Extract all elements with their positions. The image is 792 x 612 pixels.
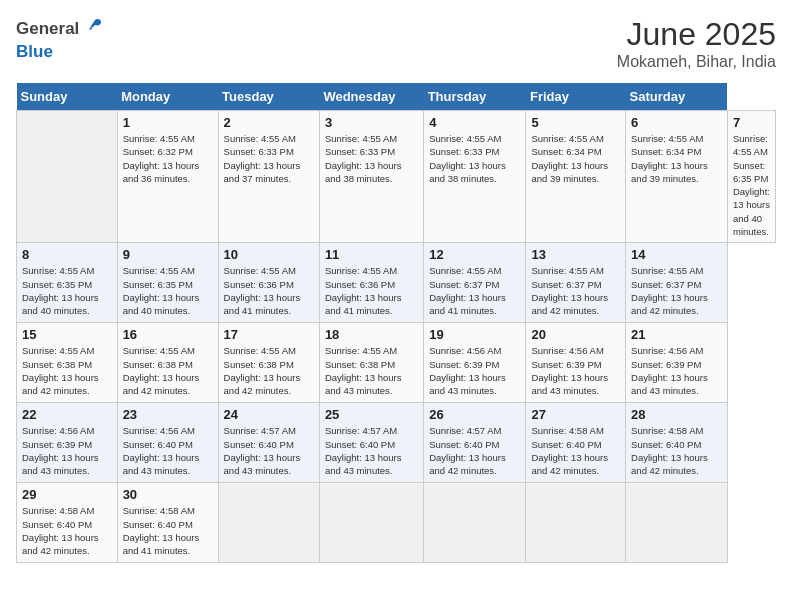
day-number: 27 [531,407,620,422]
week-row-1: 8Sunrise: 4:55 AM Sunset: 6:35 PM Daylig… [17,243,776,323]
day-cell-1: 1Sunrise: 4:55 AM Sunset: 6:32 PM Daylig… [117,111,218,243]
header-sunday: Sunday [17,83,118,111]
day-cell-9: 9Sunrise: 4:55 AM Sunset: 6:35 PM Daylig… [117,243,218,323]
header-monday: Monday [117,83,218,111]
day-info: Sunrise: 4:57 AM Sunset: 6:40 PM Dayligh… [224,424,314,477]
day-cell-21: 21Sunrise: 4:56 AM Sunset: 6:39 PM Dayli… [626,323,728,403]
day-number: 15 [22,327,112,342]
day-number: 21 [631,327,722,342]
header-friday: Friday [526,83,626,111]
day-info: Sunrise: 4:55 AM Sunset: 6:35 PM Dayligh… [22,264,112,317]
day-cell-5: 5Sunrise: 4:55 AM Sunset: 6:34 PM Daylig… [526,111,626,243]
day-info: Sunrise: 4:58 AM Sunset: 6:40 PM Dayligh… [22,504,112,557]
day-number: 30 [123,487,213,502]
day-cell-7: 7Sunrise: 4:55 AM Sunset: 6:35 PM Daylig… [727,111,775,243]
day-cell-11: 11Sunrise: 4:55 AM Sunset: 6:36 PM Dayli… [319,243,423,323]
day-cell-26: 26Sunrise: 4:57 AM Sunset: 6:40 PM Dayli… [424,403,526,483]
day-cell-6: 6Sunrise: 4:55 AM Sunset: 6:34 PM Daylig… [626,111,728,243]
day-info: Sunrise: 4:56 AM Sunset: 6:39 PM Dayligh… [22,424,112,477]
empty-cell [424,483,526,563]
day-info: Sunrise: 4:55 AM Sunset: 6:37 PM Dayligh… [631,264,722,317]
day-info: Sunrise: 4:55 AM Sunset: 6:38 PM Dayligh… [22,344,112,397]
day-number: 28 [631,407,722,422]
day-number: 23 [123,407,213,422]
title-block: June 2025 Mokameh, Bihar, India [617,16,776,71]
day-info: Sunrise: 4:55 AM Sunset: 6:37 PM Dayligh… [429,264,520,317]
logo: General Blue [16,16,103,62]
day-cell-13: 13Sunrise: 4:55 AM Sunset: 6:37 PM Dayli… [526,243,626,323]
day-number: 17 [224,327,314,342]
day-number: 11 [325,247,418,262]
day-cell-30: 30Sunrise: 4:58 AM Sunset: 6:40 PM Dayli… [117,483,218,563]
logo-general: General [16,19,79,39]
day-info: Sunrise: 4:56 AM Sunset: 6:40 PM Dayligh… [123,424,213,477]
day-cell-3: 3Sunrise: 4:55 AM Sunset: 6:33 PM Daylig… [319,111,423,243]
day-number: 10 [224,247,314,262]
day-cell-18: 18Sunrise: 4:55 AM Sunset: 6:38 PM Dayli… [319,323,423,403]
day-number: 7 [733,115,770,130]
day-number: 29 [22,487,112,502]
day-number: 3 [325,115,418,130]
day-info: Sunrise: 4:58 AM Sunset: 6:40 PM Dayligh… [531,424,620,477]
day-number: 9 [123,247,213,262]
day-number: 6 [631,115,722,130]
calendar-title: June 2025 [617,16,776,53]
day-number: 19 [429,327,520,342]
day-cell-27: 27Sunrise: 4:58 AM Sunset: 6:40 PM Dayli… [526,403,626,483]
day-cell-28: 28Sunrise: 4:58 AM Sunset: 6:40 PM Dayli… [626,403,728,483]
day-cell-25: 25Sunrise: 4:57 AM Sunset: 6:40 PM Dayli… [319,403,423,483]
logo-blue: Blue [16,42,53,61]
day-number: 25 [325,407,418,422]
day-info: Sunrise: 4:58 AM Sunset: 6:40 PM Dayligh… [123,504,213,557]
day-cell-4: 4Sunrise: 4:55 AM Sunset: 6:33 PM Daylig… [424,111,526,243]
day-info: Sunrise: 4:57 AM Sunset: 6:40 PM Dayligh… [429,424,520,477]
day-info: Sunrise: 4:55 AM Sunset: 6:33 PM Dayligh… [224,132,314,185]
day-cell-19: 19Sunrise: 4:56 AM Sunset: 6:39 PM Dayli… [424,323,526,403]
day-info: Sunrise: 4:55 AM Sunset: 6:38 PM Dayligh… [325,344,418,397]
day-number: 24 [224,407,314,422]
day-info: Sunrise: 4:56 AM Sunset: 6:39 PM Dayligh… [631,344,722,397]
day-number: 1 [123,115,213,130]
day-info: Sunrise: 4:55 AM Sunset: 6:35 PM Dayligh… [123,264,213,317]
day-info: Sunrise: 4:55 AM Sunset: 6:33 PM Dayligh… [325,132,418,185]
day-number: 16 [123,327,213,342]
day-cell-8: 8Sunrise: 4:55 AM Sunset: 6:35 PM Daylig… [17,243,118,323]
day-number: 26 [429,407,520,422]
logo-bird-icon [81,16,103,42]
header-wednesday: Wednesday [319,83,423,111]
day-cell-16: 16Sunrise: 4:55 AM Sunset: 6:38 PM Dayli… [117,323,218,403]
day-cell-12: 12Sunrise: 4:55 AM Sunset: 6:37 PM Dayli… [424,243,526,323]
week-row-4: 29Sunrise: 4:58 AM Sunset: 6:40 PM Dayli… [17,483,776,563]
empty-cell [526,483,626,563]
day-cell-17: 17Sunrise: 4:55 AM Sunset: 6:38 PM Dayli… [218,323,319,403]
day-info: Sunrise: 4:55 AM Sunset: 6:38 PM Dayligh… [224,344,314,397]
header-row: SundayMondayTuesdayWednesdayThursdayFrid… [17,83,776,111]
day-number: 13 [531,247,620,262]
day-number: 5 [531,115,620,130]
day-info: Sunrise: 4:55 AM Sunset: 6:37 PM Dayligh… [531,264,620,317]
empty-cell [218,483,319,563]
day-info: Sunrise: 4:56 AM Sunset: 6:39 PM Dayligh… [531,344,620,397]
empty-cell [626,483,728,563]
day-number: 12 [429,247,520,262]
day-number: 2 [224,115,314,130]
day-info: Sunrise: 4:57 AM Sunset: 6:40 PM Dayligh… [325,424,418,477]
header-tuesday: Tuesday [218,83,319,111]
day-info: Sunrise: 4:55 AM Sunset: 6:35 PM Dayligh… [733,132,770,238]
day-info: Sunrise: 4:55 AM Sunset: 6:34 PM Dayligh… [531,132,620,185]
day-number: 4 [429,115,520,130]
week-row-2: 15Sunrise: 4:55 AM Sunset: 6:38 PM Dayli… [17,323,776,403]
day-cell-29: 29Sunrise: 4:58 AM Sunset: 6:40 PM Dayli… [17,483,118,563]
calendar-table: SundayMondayTuesdayWednesdayThursdayFrid… [16,83,776,563]
day-info: Sunrise: 4:55 AM Sunset: 6:38 PM Dayligh… [123,344,213,397]
day-cell-23: 23Sunrise: 4:56 AM Sunset: 6:40 PM Dayli… [117,403,218,483]
day-info: Sunrise: 4:56 AM Sunset: 6:39 PM Dayligh… [429,344,520,397]
week-row-3: 22Sunrise: 4:56 AM Sunset: 6:39 PM Dayli… [17,403,776,483]
page-header: General Blue June 2025 Mokameh, Bihar, I… [16,16,776,71]
day-cell-20: 20Sunrise: 4:56 AM Sunset: 6:39 PM Dayli… [526,323,626,403]
day-cell-22: 22Sunrise: 4:56 AM Sunset: 6:39 PM Dayli… [17,403,118,483]
day-info: Sunrise: 4:58 AM Sunset: 6:40 PM Dayligh… [631,424,722,477]
day-info: Sunrise: 4:55 AM Sunset: 6:36 PM Dayligh… [224,264,314,317]
day-number: 14 [631,247,722,262]
calendar-subtitle: Mokameh, Bihar, India [617,53,776,71]
